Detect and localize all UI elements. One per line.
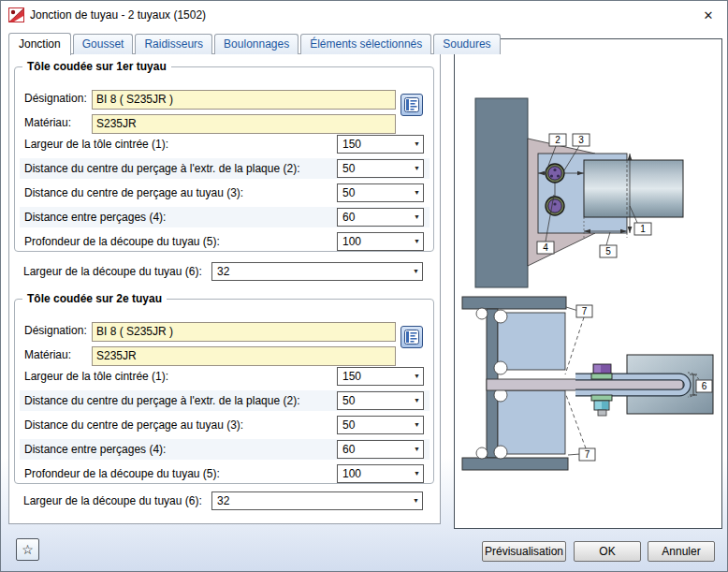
tab-raidisseurs[interactable]: Raidisseurs [135,34,212,54]
field-label: Largeur de la découpe du tuyau (6): [23,491,202,511]
field-label: Distance du centre du perçage à l'extr. … [24,158,299,179]
hole-to-pipe-dropdown[interactable]: 50▼ [337,416,424,434]
hole-to-edge-dropdown[interactable]: 50▼ [337,159,424,178]
designation-input[interactable]: BI 8 ( S235JR ) [92,322,396,342]
field-label: Distance entre perçages (4): [24,207,166,227]
catalog-list-icon [404,330,419,345]
material-label: Matériau: [24,116,71,129]
joint-diagram: 2 3 1 4 5 [455,39,721,528]
material-input[interactable]: S235JR [92,114,396,134]
group-plate-first-pipe: Tôle coudée sur 1er tuyau Désignation: B… [14,66,434,252]
field-label: Distance du centre de perçage au tuyau (… [24,183,243,203]
dialog-window: Jonction de tuyau - 2 tuyaux (1502) ✕ Jo… [0,0,728,572]
preview-pane: 2 3 1 4 5 [454,38,722,529]
designation-input[interactable]: BI 8 ( S235JR ) [92,90,396,110]
field-row: Distance du centre de perçage au tuyau (… [20,183,430,203]
callout-1: 1 [640,224,646,234]
field-row: Largeur de la tôle cintrée (1): 150▼ [20,134,430,154]
field-row-cut-width: Largeur de la découpe du tuyau (6): 32▼ [9,261,442,282]
field-label: Largeur de la tôle cintrée (1): [24,366,168,387]
preview-button[interactable]: Prévisualisation [482,541,566,562]
plate-width-dropdown[interactable]: 150▼ [337,367,424,386]
field-label: Largeur de la tôle cintrée (1): [24,134,168,154]
field-label: Distance du centre du perçage à l'extr. … [24,390,299,411]
profile-catalog-button[interactable] [400,94,423,116]
cut-depth-dropdown[interactable]: 100▼ [337,232,424,251]
tab-jonction[interactable]: Jonction [8,33,71,55]
chevron-down-icon: ▼ [414,390,420,411]
chevron-down-icon: ▼ [414,207,420,227]
field-label: Distance du centre de perçage au tuyau (… [24,415,243,435]
hole-spacing-dropdown[interactable]: 60▼ [337,208,424,227]
chevron-down-icon: ▼ [413,261,419,282]
chevron-down-icon: ▼ [414,183,420,203]
field-row: Profondeur de la découpe du tuyau (5): 1… [20,463,430,484]
chevron-down-icon: ▼ [414,439,420,460]
close-button[interactable]: ✕ [695,5,721,25]
chevron-down-icon: ▼ [414,366,420,387]
chevron-down-icon: ▼ [414,134,420,154]
group-title: Tôle coudée sur 2e tuyau [22,292,167,305]
chevron-down-icon: ▼ [414,463,420,484]
tab-elements-selectionnes[interactable]: Éléments sélectionnés [300,34,431,54]
callout-7-bottom: 7 [585,449,590,460]
designation-label: Désignation: [24,92,87,105]
field-row: Profondeur de la découpe du tuyau (5): 1… [20,231,430,252]
cut-depth-dropdown[interactable]: 100▼ [337,464,424,483]
chevron-down-icon: ▼ [414,158,420,179]
tab-page-jonction: Tôle coudée sur 1er tuyau Désignation: B… [8,53,441,524]
hole-to-pipe-dropdown[interactable]: 50▼ [337,183,424,202]
group-plate-second-pipe: Tôle coudée sur 2e tuyau Désignation: BI… [14,299,434,484]
ok-button[interactable]: OK [574,541,641,562]
tab-strip: Jonction Gousset Raidisseurs Boulonnages… [8,32,502,54]
material-label: Matériau: [24,348,71,361]
profile-catalog-button[interactable] [400,326,423,348]
callout-3: 3 [578,135,584,145]
field-label: Profondeur de la découpe du tuyau (5): [24,231,220,252]
field-row-cut-width: Largeur de la découpe du tuyau (6): 32▼ [9,491,442,511]
tab-gousset[interactable]: Gousset [73,34,134,54]
cut-width-dropdown[interactable]: 32▼ [211,491,423,510]
callout-5: 5 [605,246,611,257]
cancel-button[interactable]: Annuler [648,541,715,562]
field-row: Distance du centre du perçage à l'extr. … [20,390,430,411]
field-row: Distance du centre de perçage au tuyau (… [20,415,430,435]
tab-soudures[interactable]: Soudures [433,34,500,54]
field-label: Distance entre perçages (4): [24,439,166,460]
hole-to-edge-dropdown[interactable]: 50▼ [337,391,424,410]
hole-spacing-dropdown[interactable]: 60▼ [337,440,424,459]
chevron-down-icon: ▼ [413,491,419,511]
catalog-list-icon [404,97,419,112]
field-label: Largeur de la découpe du tuyau (6): [23,261,202,282]
title-bar: Jonction de tuyau - 2 tuyaux (1502) ✕ [1,1,727,29]
tab-boulonnages[interactable]: Boulonnages [214,34,298,54]
field-row: Largeur de la tôle cintrée (1): 150▼ [20,366,430,387]
field-row: Distance entre perçages (4): 60▼ [20,439,430,460]
designation-label: Désignation: [24,324,87,337]
callout-4: 4 [543,242,548,253]
star-icon: ☆ [22,542,34,557]
callout-6: 6 [702,381,707,391]
cut-width-dropdown[interactable]: 32▼ [211,262,423,281]
material-input[interactable]: S235JR [92,346,396,366]
component-icon [8,7,24,22]
chevron-down-icon: ▼ [414,415,420,435]
chevron-down-icon: ▼ [414,231,420,252]
favorite-button[interactable]: ☆ [16,538,39,561]
plate-width-dropdown[interactable]: 150▼ [337,135,424,154]
callout-2: 2 [555,135,561,145]
window-title: Jonction de tuyau - 2 tuyaux (1502) [30,8,206,22]
group-title: Tôle coudée sur 1er tuyau [22,60,171,73]
callout-7-top: 7 [582,306,588,316]
field-label: Profondeur de la découpe du tuyau (5): [24,463,220,484]
field-row: Distance du centre du perçage à l'extr. … [20,158,430,179]
field-row: Distance entre perçages (4): 60▼ [20,207,430,227]
